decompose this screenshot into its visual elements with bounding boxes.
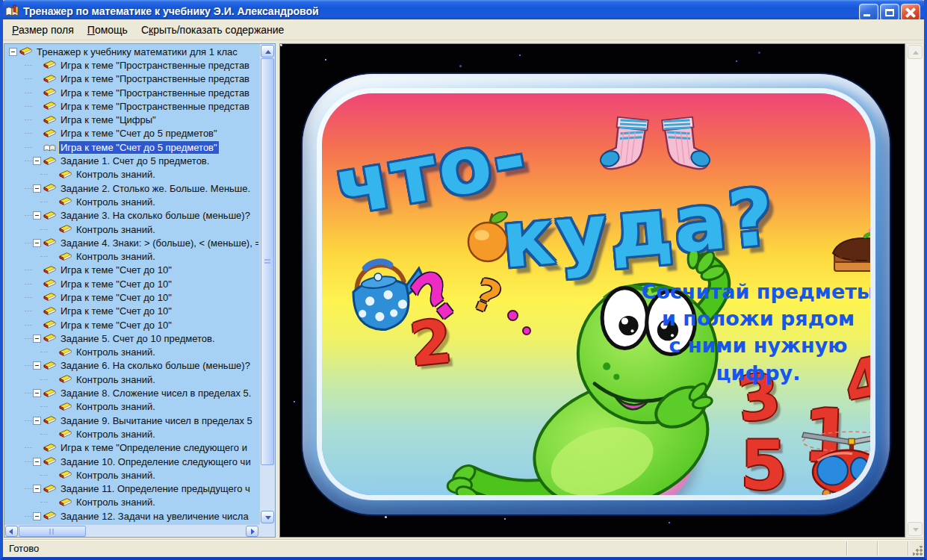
tree-row[interactable]: Игра к теме "Пространственные представ xyxy=(5,99,258,113)
tree-item-label: Игра к теме "Счет до 10" xyxy=(59,319,173,332)
tree-row[interactable]: Контроль знаний. xyxy=(5,400,258,414)
tree-connector xyxy=(25,284,32,284)
menu-bar: Размер поляПомощьСкрыть/показать содержа… xyxy=(3,19,924,40)
cake-icon xyxy=(828,222,870,277)
book-icon xyxy=(43,306,56,317)
tree-hscroll-thumb[interactable] xyxy=(19,526,86,537)
book-icon xyxy=(43,279,56,289)
tree-connector xyxy=(40,256,48,257)
tree-connector xyxy=(25,243,32,243)
tree-row[interactable]: Игра к теме "Счет до 10" xyxy=(5,290,258,304)
tree-horizontal-scrollbar[interactable] xyxy=(4,524,259,537)
tree-expand-toggle[interactable] xyxy=(33,512,41,520)
tree-expand-toggle[interactable] xyxy=(33,335,41,343)
tree-expand-toggle[interactable] xyxy=(33,157,41,165)
tree-row[interactable]: Контроль знаний. xyxy=(5,168,258,181)
tree-connector xyxy=(25,78,32,79)
scroll-up-button[interactable] xyxy=(908,45,923,59)
tree-item-label: Контроль знаний. xyxy=(75,250,157,263)
tree-expand-toggle[interactable] xyxy=(33,389,41,397)
instruction-line: с ними нужную xyxy=(627,332,870,359)
scroll-right-button[interactable] xyxy=(246,526,258,537)
tree-row[interactable]: Игра к теме "Счет до 5 предметов" xyxy=(5,127,258,140)
tree-connector xyxy=(40,202,48,202)
tree-row[interactable]: Задание 10. Определение следующего чи xyxy=(5,455,258,468)
slide-number-5: 5 xyxy=(740,426,787,495)
tree-view: Тренажер к учебнику математики для 1 кла… xyxy=(5,45,258,523)
scroll-down-button[interactable] xyxy=(908,522,923,536)
main-panel: что- куда? xyxy=(278,40,924,538)
book-icon xyxy=(43,443,56,453)
tree-row[interactable]: Задание 1. Счет до 5 предметов. xyxy=(5,154,258,167)
tree-expand-toggle[interactable] xyxy=(33,211,41,220)
tree-row[interactable]: Игра к теме "Счет до 5 предметов" xyxy=(5,140,258,154)
scroll-left-button[interactable] xyxy=(5,526,18,537)
tree-row[interactable]: Задание 6. На сколько больше (меньше)? xyxy=(5,359,258,373)
close-button[interactable] xyxy=(901,4,920,21)
tree-row[interactable]: Игра к теме "Пространственные представ xyxy=(5,58,258,72)
tree-row[interactable]: Игра к теме "Счет до 10" xyxy=(5,318,258,332)
tree-row[interactable]: Задание 11. Определение предыдущего ч xyxy=(5,482,258,496)
tree-row[interactable]: Задание 9. Вычитание чисел в пределах 5 xyxy=(5,414,258,427)
tree-row[interactable]: Игра к теме "Цифры" xyxy=(5,113,258,126)
tree-vscroll-thumb[interactable] xyxy=(261,58,274,465)
tree-row[interactable]: Задание 12. Задачи на увеличение числа xyxy=(5,509,258,523)
tree-expand-toggle[interactable] xyxy=(33,417,41,425)
tree-item-label: Игра к теме "Определение следующего и xyxy=(59,441,249,454)
tree-row[interactable]: Контроль знаний. xyxy=(5,195,258,208)
tree-row[interactable]: Игра к теме "Пространственные представ xyxy=(5,72,258,86)
menu-item-1[interactable]: Помощь xyxy=(81,21,134,39)
tree-row[interactable]: Тренажер к учебнику математики для 1 кла… xyxy=(5,45,258,58)
tree-expand-toggle[interactable] xyxy=(33,485,41,493)
tree-row[interactable]: Контроль знаний. xyxy=(5,468,258,482)
slide-vertical-scrollbar[interactable] xyxy=(906,43,924,538)
tree-vertical-scrollbar[interactable] xyxy=(259,44,275,524)
tree-expand-toggle[interactable] xyxy=(33,458,41,466)
tree-row[interactable]: Контроль знаний. xyxy=(5,223,258,236)
tree-row[interactable]: Задание 5. Счет до 10 предметов. xyxy=(5,332,258,345)
tree-row[interactable]: Контроль знаний. xyxy=(5,249,258,263)
tree-row[interactable]: Игра к теме "Счет до 10" xyxy=(5,277,258,290)
tree-connector xyxy=(25,365,32,366)
book-icon xyxy=(59,196,72,207)
minimize-button[interactable] xyxy=(859,4,878,21)
book-icon xyxy=(43,87,56,98)
tree-connector xyxy=(25,65,32,66)
tree-expand-toggle[interactable] xyxy=(9,48,17,56)
tree-item-label: Задание 11. Определение предыдущего ч xyxy=(59,482,252,495)
instruction-line: цифру. xyxy=(627,360,870,387)
book-icon xyxy=(59,497,72,508)
tree-item-label: Задание 1. Счет до 5 предметов. xyxy=(59,155,211,167)
tree-expand-toggle[interactable] xyxy=(33,184,41,193)
book-icon xyxy=(43,115,56,125)
tree-expand-toggle[interactable] xyxy=(33,361,41,370)
tree-item-label: Игра к теме "Цифры" xyxy=(59,113,158,126)
tree-row[interactable]: Контроль знаний. xyxy=(5,496,258,509)
window-title: Тренажер по математике к учебнику Э.И. А… xyxy=(23,5,319,17)
tree-connector xyxy=(25,420,32,421)
tree-row[interactable]: Игра к теме "Счет до 10" xyxy=(5,305,258,318)
tree-row[interactable]: Задание 8. Сложение чисел в пределах 5. xyxy=(5,386,258,399)
tree-item-label: Игра к теме "Пространственные представ xyxy=(59,72,251,85)
tree-expand-toggle[interactable] xyxy=(33,239,41,247)
book-icon xyxy=(43,511,56,521)
tree-row[interactable]: Контроль знаний. xyxy=(5,346,258,359)
scroll-up-button[interactable] xyxy=(261,45,274,57)
tree-row[interactable]: Игра к теме "Пространственные представ xyxy=(5,86,258,99)
maximize-button[interactable] xyxy=(880,4,899,21)
tree-row[interactable]: Контроль знаний. xyxy=(5,427,258,441)
tree-row[interactable]: Игра к теме "Счет до 10" xyxy=(5,264,258,277)
book-icon xyxy=(43,60,56,70)
tree-row[interactable]: Контроль знаний. xyxy=(5,373,258,386)
tree-row[interactable]: Задание 2. Столько же. Больше. Меньше. xyxy=(5,181,258,195)
tree-row[interactable]: Задание 4. Знаки: > (больше), < (меньше)… xyxy=(5,236,258,249)
menu-item-0[interactable]: Размер поля xyxy=(5,21,81,39)
tree-item-label: Игра к теме "Счет до 10" xyxy=(59,278,173,290)
resize-grip[interactable] xyxy=(913,546,923,556)
tree-row[interactable]: Игра к теме "Определение следующего и xyxy=(5,441,258,455)
menu-item-2[interactable]: Скрыть/показать содержание xyxy=(134,21,291,39)
tree-row[interactable]: Задание 3. На сколько больше (меньше)? xyxy=(5,209,258,223)
scroll-down-button[interactable] xyxy=(261,511,274,523)
application-window: Тренажер по математике к учебнику Э.И. А… xyxy=(0,0,927,560)
book-icon xyxy=(43,101,56,111)
